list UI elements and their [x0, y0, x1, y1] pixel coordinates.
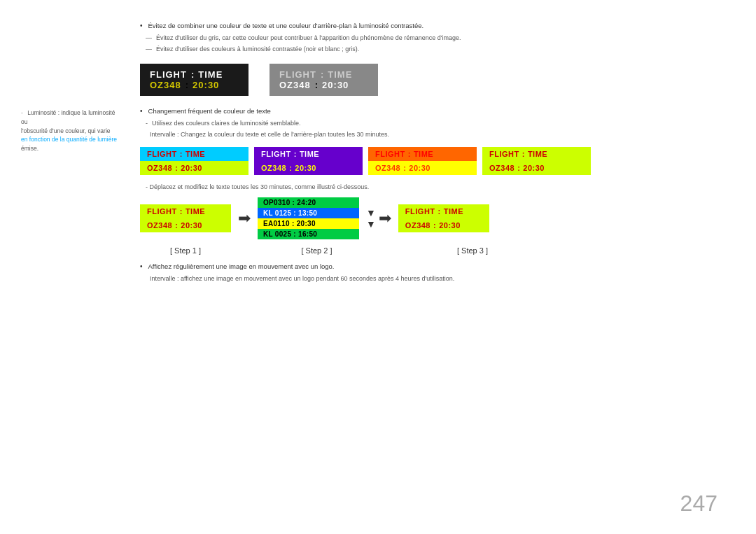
cpanel4-body: OZ348 : 20:30: [482, 161, 591, 175]
cpanel-3: FLIGHT : TIME OZ348 : 20:30: [368, 147, 477, 175]
cp3-colon2: :: [403, 164, 406, 172]
s2-text-1: OP0310 : 24:20: [263, 199, 316, 206]
arrow-right-2: ➡: [379, 209, 391, 227]
step1-label: [ Step 1 ]: [140, 246, 231, 255]
fp-row-1-gray: FLIGHT : TIME: [279, 69, 368, 80]
fp-row-2-dark: OZ348 : 20:30: [150, 80, 239, 90]
cp2-time2: 20:30: [295, 164, 316, 172]
cp2-oz: OZ348: [261, 164, 286, 172]
dash-text-5: Intervalle : affichez une image en mouve…: [150, 274, 454, 283]
step3-flight: FLIGHT: [405, 207, 435, 216]
dash-1: —: [146, 34, 152, 43]
cp1-time2: 20:30: [181, 164, 202, 172]
fp-colon-gray: :: [321, 69, 323, 80]
cpanel1-body: OZ348 : 20:30: [140, 161, 248, 175]
flight-panel-gray: FLIGHT : TIME OZ348 : 20:30: [270, 64, 378, 96]
bullet-item-1: • Évitez de combiner une couleur de text…: [140, 21, 714, 31]
dash-2: —: [146, 45, 152, 54]
steps-note: - Déplacez et modifiez le texte toutes l…: [140, 183, 714, 190]
dash-text-1: Évitez d'utiliser du gris, car cette cou…: [156, 34, 461, 43]
cp3-colon1: :: [408, 150, 411, 158]
cpanel-4: FLIGHT : TIME OZ348 : 20:30: [482, 147, 591, 175]
bullet-section-3: • Affichez régulièrement une image en mo…: [140, 262, 714, 283]
step1-body: OZ348 : 20:30: [140, 218, 231, 232]
arrow-group: ▼ ▼ ➡: [366, 207, 391, 231]
dash-text-4: Intervalle : Changez la couleur du texte…: [150, 130, 389, 139]
bullet-section-1: • Évitez de combiner une couleur de text…: [140, 21, 714, 53]
dash-item-5: Intervalle : affichez une image en mouve…: [140, 274, 714, 283]
bullet-item-3: • Affichez régulièrement une image en mo…: [140, 262, 714, 272]
step1-oz: OZ348: [147, 221, 172, 230]
cp1-oz: OZ348: [147, 164, 172, 172]
s2-text-2: KL 0125 : 13:50: [263, 209, 317, 217]
cpanel1-header: FLIGHT : TIME: [140, 147, 248, 161]
page-number: 247: [680, 491, 718, 517]
sidebar: - Luminosité : indique la luminosité ou …: [21, 108, 119, 153]
cp3-oz: OZ348: [375, 164, 400, 172]
cp3-time: TIME: [414, 150, 433, 158]
dash-text-2: Évitez d'utiliser des couleurs à luminos…: [156, 45, 359, 54]
colored-panels-row: FLIGHT : TIME OZ348 : 20:30 FLIGHT : TIM…: [140, 147, 714, 175]
cp4-time: TIME: [528, 150, 547, 158]
cp1-colon2: :: [175, 164, 178, 172]
step3-label: [ Step 3 ]: [427, 246, 518, 255]
cp1-time: TIME: [186, 150, 205, 158]
cpanel3-header: FLIGHT : TIME: [368, 147, 477, 161]
cp2-time: TIME: [300, 150, 319, 158]
arrow-right-1: ➡: [238, 209, 251, 227]
fp-colon2-dark: :: [186, 80, 188, 90]
step1-colon1: :: [180, 207, 183, 216]
fp-label-flight-dark: FLIGHT: [150, 69, 187, 80]
steps-row: FLIGHT : TIME OZ348 : 20:30 ➡ OP03: [140, 197, 714, 239]
step1-panel: FLIGHT : TIME OZ348 : 20:30: [140, 204, 231, 232]
main-content: • Évitez de combiner une couleur de text…: [140, 21, 714, 283]
s2-row-3: EA0110 : 20:30: [258, 218, 359, 229]
step1-header: FLIGHT : TIME: [140, 204, 231, 218]
fp-value-oz-dark: OZ348: [150, 80, 181, 90]
fp-value-oz-gray: OZ348: [279, 80, 311, 90]
s2-row-2: KL 0125 : 13:50: [258, 208, 359, 218]
step3-time: TIME: [444, 207, 463, 216]
fp-row-1-dark: FLIGHT : TIME: [150, 69, 239, 80]
s2-text-3: EA0110 : 20:30: [263, 220, 316, 227]
cpanel4-header: FLIGHT : TIME: [482, 147, 591, 161]
step-labels-row: [ Step 1 ] [ Step 2 ] [ Step 3 ]: [140, 246, 714, 255]
flight-panels-row-1: FLIGHT : TIME OZ348 : 20:30 FLIGHT : TIM…: [140, 64, 714, 96]
cp1-colon1: :: [180, 150, 183, 158]
sidebar-text: Luminosité : indique la luminosité ou l'…: [21, 109, 117, 152]
bullet-dot-2: •: [140, 106, 143, 116]
step3-body: OZ348 : 20:30: [398, 218, 489, 232]
step3-oz: OZ348: [405, 221, 430, 230]
cp3-time2: 20:30: [409, 164, 430, 172]
step2-panel: OP0310 : 24:20 KL 0125 : 13:50 EA0110 : …: [258, 197, 359, 239]
dash-text-3: Utilisez des couleurs claires de luminos…: [152, 119, 301, 128]
cpanel2-header: FLIGHT : TIME: [254, 147, 363, 161]
cp2-flight: FLIGHT: [261, 150, 291, 158]
cpanel2-body: OZ348 : 20:30: [254, 161, 363, 175]
fp-row-2-gray: OZ348 : 20:30: [279, 80, 368, 90]
steps-note-text: Déplacez et modifiez le texte toutes les…: [150, 183, 370, 190]
down-arrows: ▼ ▼: [366, 207, 376, 231]
step3-colon1: :: [438, 207, 441, 216]
bullet-item-2: • Changement fréquent de couleur de text…: [140, 106, 714, 116]
dash-3: -: [146, 119, 148, 128]
cp1-flight: FLIGHT: [147, 150, 177, 158]
step1-time2: 20:30: [181, 221, 202, 230]
step1-colon2: :: [175, 221, 178, 230]
cpanel3-body: OZ348 : 20:30: [368, 161, 477, 175]
cp4-time2: 20:30: [523, 164, 545, 172]
step3-panel: FLIGHT : TIME OZ348 : 20:30: [398, 204, 489, 232]
down-arrow-2: ▼: [366, 218, 376, 230]
cp2-colon2: :: [289, 164, 292, 172]
cp2-colon1: :: [294, 150, 297, 158]
dash-item-3: - Utilisez des couleurs claires de lumin…: [140, 119, 714, 128]
sidebar-dash: -: [21, 109, 23, 116]
cp4-flight: FLIGHT: [489, 150, 519, 158]
cpanel-1: FLIGHT : TIME OZ348 : 20:30: [140, 147, 248, 175]
step3-header: FLIGHT : TIME: [398, 204, 489, 218]
cp4-oz: OZ348: [489, 164, 514, 172]
fp-value-time-gray: 20:30: [322, 80, 349, 90]
dash-item-1: — Évitez d'utiliser du gris, car cette c…: [140, 34, 714, 43]
step1-time: TIME: [186, 207, 205, 216]
cp4-colon2: :: [517, 164, 520, 172]
